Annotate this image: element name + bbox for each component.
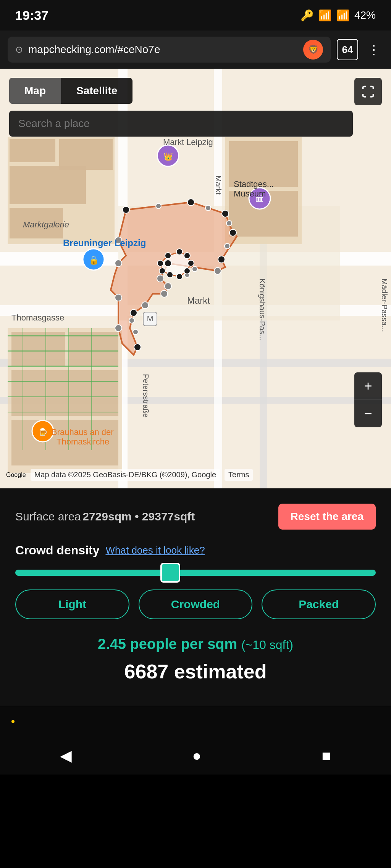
density-light-button[interactable]: Light (15, 589, 129, 619)
svg-point-47 (115, 325, 122, 332)
status-bar: 19:37 🔑 📶 📶 42% (0, 0, 391, 31)
svg-text:Stadtges...: Stadtges... (234, 179, 274, 189)
svg-point-37 (229, 229, 236, 236)
svg-rect-20 (11, 370, 118, 416)
nav-dot (11, 720, 15, 723)
svg-text:Thomasgasse: Thomasgasse (11, 313, 64, 322)
recent-button[interactable]: ■ (322, 747, 331, 764)
svg-text:Königshaus-Pas...: Königshaus-Pas... (258, 279, 267, 340)
map-container[interactable]: 🔒 🏛 👑 M 🍺 Marktgalerie Breuninger Leipzi… (0, 69, 391, 488)
system-nav: ◀ ● ■ (0, 736, 391, 775)
surface-label-text: Surface area (15, 510, 81, 523)
svg-rect-18 (11, 332, 65, 366)
svg-point-55 (192, 266, 197, 272)
svg-point-48 (115, 294, 122, 301)
menu-dots[interactable]: ⋮ (364, 42, 383, 57)
svg-point-64 (184, 268, 190, 274)
svg-point-54 (225, 243, 230, 249)
svg-text:Museum: Museum (234, 189, 266, 198)
svg-text:M: M (147, 314, 153, 323)
map-type-satellite[interactable]: Satellite (61, 78, 132, 104)
tab-count[interactable]: 64 (337, 39, 358, 60)
svg-point-67 (159, 268, 165, 274)
svg-point-52 (205, 205, 211, 211)
people-per-sqm-value: 2.45 people per sqm (98, 636, 237, 652)
surface-row: Surface area 2729sqm • 29377sqft Reset t… (15, 504, 376, 530)
wifi-icon: 📶 (318, 9, 332, 22)
bottom-panel: Surface area 2729sqm • 29377sqft Reset t… (0, 488, 391, 706)
status-icons: 🔑 📶 📶 42% (301, 9, 376, 22)
terms-text[interactable]: Terms (225, 469, 253, 481)
crowd-density-label: Crowd density (15, 543, 99, 557)
svg-rect-10 (10, 139, 55, 162)
svg-text:Petersstraße: Petersstraße (142, 374, 150, 417)
browser-bar: ⊙ mapchecking.com/#ceNo7e 🦁 64 ⋮ (0, 31, 391, 69)
svg-point-57 (129, 318, 134, 323)
url-icon: ⊙ (15, 44, 23, 55)
google-attribution: Google Map data ©2025 GeoBasis-DE/BKG (©… (6, 469, 253, 481)
sqft-note: (~10 sqft) (241, 638, 293, 652)
status-time: 19:37 (15, 8, 48, 23)
what-does-it-look-like-link[interactable]: What does it look like? (105, 544, 205, 556)
svg-point-49 (115, 260, 122, 267)
svg-point-66 (167, 272, 173, 278)
svg-point-43 (161, 290, 168, 297)
svg-point-38 (218, 256, 225, 263)
svg-point-53 (226, 221, 232, 226)
reset-area-button[interactable]: Reset the area (278, 504, 376, 530)
svg-text:Mädler-Passa...: Mädler-Passa... (380, 279, 389, 332)
svg-point-58 (133, 329, 138, 335)
slider-track (15, 570, 376, 576)
key-icon: 🔑 (301, 9, 314, 22)
battery-icon: 42% (354, 9, 376, 21)
svg-rect-12 (10, 166, 86, 204)
url-box[interactable]: ⊙ mapchecking.com/#ceNo7e 🦁 (8, 37, 331, 63)
svg-text:👑: 👑 (163, 152, 173, 161)
svg-rect-19 (69, 332, 118, 366)
density-packed-button[interactable]: Packed (262, 589, 376, 619)
home-button[interactable]: ● (192, 747, 201, 764)
search-input[interactable] (18, 118, 344, 130)
zoom-out-button[interactable]: − (354, 400, 382, 427)
svg-text:Brauhaus an der: Brauhaus an der (52, 427, 114, 437)
svg-point-62 (184, 253, 190, 259)
fullscreen-button[interactable] (354, 78, 382, 105)
svg-point-45 (130, 309, 137, 316)
svg-text:Marktgalerie: Marktgalerie (23, 220, 69, 229)
svg-text:Breuninger Leipzig: Breuninger Leipzig (63, 238, 146, 248)
svg-rect-11 (59, 139, 113, 170)
signal-icon: 📶 (336, 9, 350, 22)
zoom-in-button[interactable]: + (354, 372, 382, 400)
map-data-text: Map data ©2025 GeoBasis-DE/BKG (©2009), … (31, 469, 220, 481)
svg-point-46 (134, 344, 141, 351)
slider-thumb[interactable] (160, 563, 180, 583)
people-per-sqm: 2.45 people per sqm (~10 sqft) (15, 636, 376, 652)
brave-icon: 🦁 (303, 40, 323, 60)
svg-point-51 (156, 203, 161, 209)
zoom-controls: + − (354, 372, 382, 427)
svg-text:Markt: Markt (187, 295, 210, 306)
surface-area-label: Surface area 2729sqm • 29377sqft (15, 510, 195, 523)
back-button[interactable]: ◀ (60, 747, 72, 764)
slider-container[interactable] (15, 570, 376, 576)
svg-text:🔒: 🔒 (89, 255, 99, 265)
svg-point-44 (142, 302, 149, 309)
map-type-toggle[interactable]: Map Satellite (9, 78, 132, 104)
svg-point-40 (165, 260, 171, 267)
crowd-density-row: Crowd density What does it look like? (15, 543, 376, 557)
svg-point-65 (176, 274, 183, 280)
density-crowded-button[interactable]: Crowded (139, 589, 253, 619)
svg-point-42 (165, 283, 171, 290)
svg-point-34 (123, 206, 129, 213)
svg-text:Markt Leipzig: Markt Leipzig (163, 137, 213, 147)
svg-point-59 (157, 260, 163, 266)
density-buttons: Light Crowded Packed (15, 589, 376, 619)
url-text: mapchecking.com/#ceNo7e (28, 43, 298, 56)
svg-point-35 (187, 199, 194, 206)
svg-point-63 (188, 260, 194, 266)
map-type-map[interactable]: Map (9, 78, 61, 104)
svg-point-60 (165, 253, 171, 259)
svg-text:Thomaskirche: Thomaskirche (57, 437, 109, 446)
search-bar[interactable] (9, 111, 353, 137)
svg-point-39 (214, 267, 221, 274)
